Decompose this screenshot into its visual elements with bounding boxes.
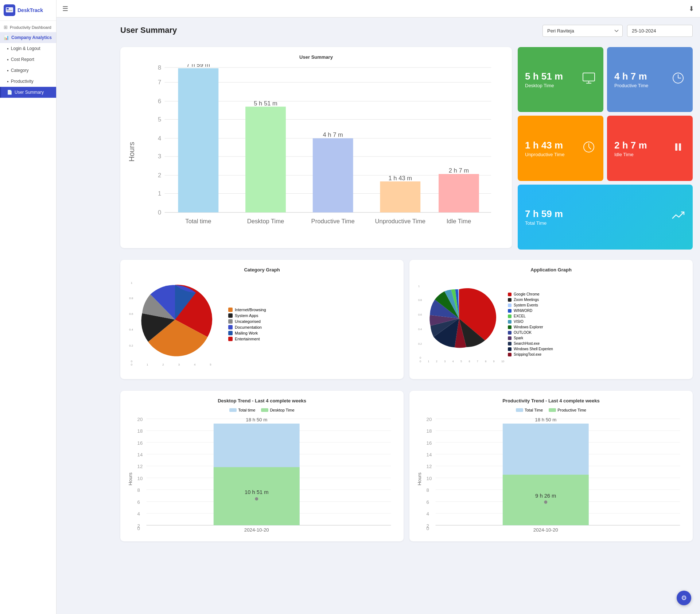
sidebar-item-company-analytics[interactable]: 📊 Company Analytics xyxy=(0,32,56,43)
svg-text:0.4: 0.4 xyxy=(129,328,133,331)
productive-time-label: Productive Time xyxy=(614,83,648,88)
svg-text:0: 0 xyxy=(131,363,133,366)
svg-text:0: 0 xyxy=(158,209,161,216)
legend-uncategorised: Uncategorised xyxy=(228,319,266,324)
svg-text:0.2: 0.2 xyxy=(418,342,422,345)
svg-text:0.4: 0.4 xyxy=(418,328,422,331)
svg-text:10: 10 xyxy=(137,476,143,481)
svg-rect-40 xyxy=(675,143,677,151)
document-icon: 📄 xyxy=(7,90,12,95)
svg-text:Total time: Total time xyxy=(185,218,211,225)
svg-text:5: 5 xyxy=(210,363,211,366)
legend-outlook: OUTLOOK xyxy=(508,331,553,335)
svg-text:Unproductive Time: Unproductive Time xyxy=(375,218,425,225)
grid-icon: ⊞ xyxy=(4,24,8,30)
legend-dot xyxy=(228,319,233,324)
category-legend: Internet/Browsing System Apps Uncategori… xyxy=(228,308,266,341)
bar-productive xyxy=(313,138,353,212)
idle-time-card: 2 h 7 m Idle Time xyxy=(607,116,693,181)
menu-icon[interactable]: ☰ xyxy=(62,5,68,13)
svg-text:0: 0 xyxy=(131,360,133,363)
svg-text:1: 1 xyxy=(131,281,132,285)
page-title: User Summary xyxy=(120,26,177,35)
svg-text:0: 0 xyxy=(137,526,140,531)
svg-text:0: 0 xyxy=(427,526,429,531)
svg-text:1 h 43 m: 1 h 43 m xyxy=(388,175,412,182)
unproductive-time-card: 1 h 43 m Unproductive Time xyxy=(518,116,603,181)
desktop-trend-legend: Total time Desktop Time xyxy=(128,408,396,412)
desktop-trend-svg: 20 18 16 14 12 10 8 6 4 2 0 Hours xyxy=(128,414,396,533)
svg-text:6: 6 xyxy=(158,98,161,105)
desktop-time-swatch xyxy=(261,408,268,412)
svg-text:7 h 59 m: 7 h 59 m xyxy=(187,64,210,68)
legend-dot xyxy=(228,325,233,329)
svg-text:9: 9 xyxy=(493,360,495,363)
bar-chart-title: User Summary xyxy=(128,54,505,60)
legend-system-apps: System Apps xyxy=(228,313,266,318)
nav-section-header: ⊞ Productivity Dashboard xyxy=(0,21,56,32)
svg-text:10: 10 xyxy=(501,360,504,363)
svg-text:0.2: 0.2 xyxy=(129,344,133,347)
svg-text:0.8: 0.8 xyxy=(418,298,422,302)
sidebar-item-user-summary[interactable]: 📄 User Summary xyxy=(0,87,56,98)
svg-text:3: 3 xyxy=(158,153,161,160)
svg-text:18 h 50 m: 18 h 50 m xyxy=(535,417,556,422)
gear-icon: ⚙ xyxy=(681,594,687,602)
desktop-trend-title: Desktop Trend - Last 4 complete weeks xyxy=(128,398,396,403)
svg-text:18 h 50 m: 18 h 50 m xyxy=(246,417,267,422)
legend-win-explorer: Windows Explorer xyxy=(508,325,553,329)
legend-mailing: Mailing Work xyxy=(228,331,266,335)
desktop-dot xyxy=(255,497,258,501)
unproductive-time-label: Unproductive Time xyxy=(525,152,564,157)
productive-time-value: 4 h 7 m xyxy=(614,71,648,82)
svg-text:4: 4 xyxy=(137,511,140,517)
svg-rect-31 xyxy=(583,73,595,81)
legend-dot xyxy=(228,337,233,341)
svg-text:14: 14 xyxy=(137,452,143,457)
svg-text:5 h 51 m: 5 h 51 m xyxy=(254,100,277,107)
legend-dot xyxy=(228,313,233,318)
bullet-icon: ● xyxy=(7,58,9,61)
settings-button[interactable]: ⚙ xyxy=(677,591,691,605)
prod-bar xyxy=(503,475,589,525)
legend-searchhost: SearchHost.exe xyxy=(508,341,553,345)
legend-zoom: Zoom Meetings xyxy=(508,298,553,302)
svg-rect-2 xyxy=(7,10,12,11)
sidebar-item-login-logout[interactable]: ● Login & Logout xyxy=(0,43,56,54)
application-chart-card: Application Graph 0 1 2 3 4 5 6 7 8 9 10… xyxy=(409,260,693,379)
desktop-time-card: 5 h 51 m Desktop Time xyxy=(518,47,603,112)
y-axis-title: Hours xyxy=(128,142,136,162)
pause-icon xyxy=(671,140,685,157)
sidebar-item-cost-report[interactable]: ● Cost Report xyxy=(0,54,56,65)
user-select[interactable]: Peri Raviteja xyxy=(542,25,623,37)
nav-section-label: Productivity Dashboard xyxy=(10,25,51,30)
productive-time-card: 4 h 7 m Productive Time xyxy=(607,47,693,112)
filters-row: Peri Raviteja xyxy=(542,25,693,37)
total-time-card: 7 h 59 m Total Time xyxy=(518,185,693,250)
svg-text:8: 8 xyxy=(485,360,486,363)
svg-text:1: 1 xyxy=(428,360,429,363)
total-time-swatch2 xyxy=(516,408,523,412)
svg-text:2 h 7 m: 2 h 7 m xyxy=(449,167,469,174)
download-icon[interactable]: ⬇ xyxy=(689,5,694,13)
svg-text:1: 1 xyxy=(158,190,161,197)
desktop-bar xyxy=(214,467,300,525)
svg-text:6: 6 xyxy=(468,360,470,363)
svg-text:3: 3 xyxy=(178,363,180,366)
svg-text:2: 2 xyxy=(162,363,164,366)
svg-text:14: 14 xyxy=(427,452,432,457)
legend-chrome: Google Chrome xyxy=(508,292,553,296)
total-time-value: 7 h 59 m xyxy=(525,208,563,220)
date-input[interactable] xyxy=(627,25,693,37)
svg-text:0: 0 xyxy=(420,356,421,359)
svg-text:8: 8 xyxy=(137,487,140,493)
svg-text:10: 10 xyxy=(427,476,432,481)
trend-charts-row: Desktop Trend - Last 4 complete weeks To… xyxy=(120,391,693,547)
sidebar-item-category[interactable]: ● Category xyxy=(0,65,56,76)
legend-winshell: Windows Shell Experien xyxy=(508,347,553,351)
idle-time-value: 2 h 7 m xyxy=(614,140,647,151)
sidebar-item-productivity[interactable]: ● Productivity xyxy=(0,76,56,87)
svg-text:18: 18 xyxy=(137,428,143,434)
svg-text:5: 5 xyxy=(460,360,462,363)
bar-chart-card: User Summary Hours 0 1 2 3 4 5 6 xyxy=(120,47,512,248)
